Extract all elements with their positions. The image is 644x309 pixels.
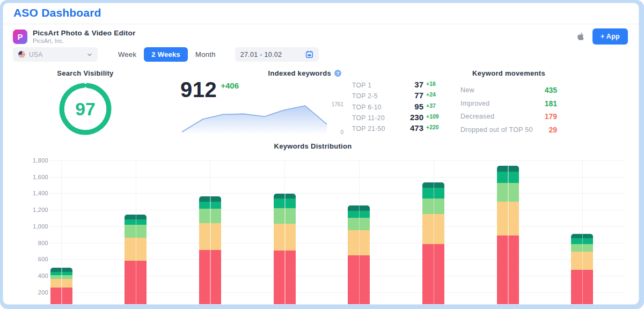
y-axis-tick: 1,200: [10, 207, 48, 213]
keywords-distribution-title: Keywords Distribution: [3, 142, 623, 151]
page-title: ASO Dashboard: [3, 3, 639, 24]
app-icon-letter: P: [17, 32, 23, 41]
period-toggle: Week2 WeeksMonth: [111, 47, 223, 62]
top-rank-row: TOP 1 37 +16: [352, 80, 444, 91]
date-range-value: 27.01 - 10.02: [240, 51, 305, 58]
spark-max-label: 1761: [332, 101, 343, 107]
y-axis-tick: 1,600: [10, 174, 48, 180]
visibility-gauge: 97: [58, 82, 113, 136]
y-axis-tick: 1,000: [10, 223, 48, 230]
rank-label: TOP 11-20: [352, 114, 405, 122]
movement-row: Improved 181: [460, 97, 557, 111]
stacked-bar[interactable]: [348, 205, 370, 305]
rank-delta: +37: [426, 102, 444, 109]
app-icon: P: [13, 30, 27, 44]
keyword-movements-title: Keyword movements: [460, 69, 557, 77]
dashboard-content: P PicsArt Photo & Video Editor PicsArt, …: [3, 24, 639, 304]
metrics-row: Search Visibility 97 Indexed keywords ? …: [13, 68, 639, 139]
bar-center-gridline: [284, 194, 286, 305]
stacked-bar[interactable]: [199, 196, 221, 305]
app-header-row: P PicsArt Photo & Video Editor PicsArt, …: [13, 29, 628, 44]
search-visibility-title: Search Visibility: [13, 69, 158, 77]
stacked-bar[interactable]: [125, 215, 147, 305]
movement-label: Dropped out of TOP 50: [460, 126, 548, 134]
movement-value: 29: [548, 126, 557, 134]
app-window: ASO Dashboard P PicsArt Photo & Video Ed…: [0, 0, 644, 309]
movement-row: Dropped out of TOP 50 29: [460, 123, 557, 137]
movement-value: 179: [545, 112, 557, 121]
rank-value: 95: [405, 102, 423, 111]
keyword-movements-panel: Keyword movements New 435 Improved 181 D…: [460, 68, 557, 139]
bar-center-gridline: [434, 182, 435, 305]
add-app-button[interactable]: + App: [592, 28, 628, 45]
indexed-value: 912: [180, 78, 217, 101]
top-rank-row: TOP 2-5 77 +24: [352, 91, 444, 101]
country-select[interactable]: USA: [13, 47, 98, 62]
dashboard-card: ASO Dashboard P PicsArt Photo & Video Ed…: [3, 3, 639, 305]
chevron-down-icon: [87, 52, 92, 57]
rank-value: 37: [405, 80, 423, 89]
stacked-bar[interactable]: [50, 268, 72, 305]
app-name: PicsArt Photo & Video Editor: [33, 29, 135, 37]
y-axis-tick: 600: [10, 256, 48, 262]
bar-center-gridline: [582, 234, 583, 305]
rank-delta: +109: [426, 113, 444, 120]
date-range-input[interactable]: 27.01 - 10.02: [235, 47, 319, 62]
movement-label: Improved: [460, 100, 545, 107]
top-rank-row: TOP 11-20 230 +109: [352, 113, 444, 123]
info-icon[interactable]: ?: [334, 70, 341, 77]
rank-value: 473: [405, 123, 423, 133]
rank-delta: +24: [426, 91, 444, 98]
rank-label: TOP 2-5: [352, 92, 405, 100]
period-month[interactable]: Month: [188, 47, 223, 62]
indexed-keywords-panel: Indexed keywords ? 912+406: [167, 68, 345, 139]
movements-list: New 435 Improved 181 Decreased 179 Dropp…: [460, 84, 557, 136]
movement-value: 435: [545, 86, 557, 94]
bar-center-gridline: [508, 166, 509, 305]
h-gridline: [50, 177, 625, 178]
bar-center-gridline: [210, 196, 211, 305]
gauge-score: 97: [75, 99, 95, 119]
movement-value: 181: [545, 99, 557, 108]
rank-label: TOP 21-50: [352, 125, 405, 133]
movement-label: New: [460, 86, 545, 94]
calendar-icon[interactable]: [305, 50, 313, 58]
search-visibility-panel: Search Visibility 97: [13, 68, 158, 139]
movement-label: Decreased: [460, 113, 545, 120]
indexed-delta: +406: [221, 81, 239, 90]
rank-delta: +220: [426, 124, 444, 130]
indexed-sparkline: [180, 102, 328, 134]
movement-row: Decreased 179: [460, 110, 557, 123]
y-axis-tick: 200: [10, 289, 48, 296]
period-2-weeks[interactable]: 2 Weeks: [144, 47, 188, 62]
period-week[interactable]: Week: [111, 47, 144, 62]
movement-row: New 435: [460, 84, 557, 97]
h-gridline: [50, 210, 625, 210]
apple-icon[interactable]: [577, 32, 584, 41]
spark-min-label: 0: [340, 129, 343, 135]
stacked-bar[interactable]: [571, 234, 593, 305]
y-axis-tick: 400: [10, 273, 48, 279]
y-axis-tick: 1,400: [10, 190, 48, 196]
h-gridline: [50, 193, 625, 194]
y-axis-tick: 1,800: [10, 157, 48, 164]
stacked-bar[interactable]: [497, 166, 519, 305]
rank-delta: +16: [426, 80, 444, 87]
rank-label: TOP 6-10: [352, 104, 405, 111]
country-name: USA: [29, 51, 87, 58]
h-gridline: [50, 160, 625, 161]
app-developer: PicsArt, Inc.: [33, 38, 135, 44]
stacked-bar[interactable]: [274, 194, 296, 305]
bar-center-gridline: [136, 215, 137, 305]
top-rank-row: TOP 21-50 473 +220: [352, 123, 444, 134]
bar-center-gridline: [61, 268, 62, 305]
bar-center-gridline: [359, 205, 360, 305]
rank-value: 77: [405, 91, 423, 100]
top-ranks-panel: TOP 1 37 +16 TOP 2-5 77 +24 TOP 6-10 95 …: [352, 68, 444, 139]
stacked-bar[interactable]: [422, 182, 444, 305]
rank-label: TOP 1: [352, 82, 405, 89]
indexed-keywords-title: Indexed keywords: [268, 69, 331, 77]
rank-value: 230: [405, 113, 423, 122]
filter-row: USA Week2 WeeksMonth 27.01 - 10.02: [13, 47, 628, 62]
top-rank-row: TOP 6-10 95 +37: [352, 102, 444, 113]
